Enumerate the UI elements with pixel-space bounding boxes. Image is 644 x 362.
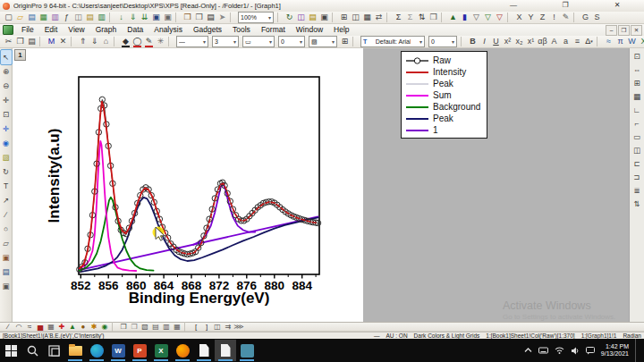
align-layers-button[interactable]: ≣ (631, 184, 642, 198)
unmerge-button[interactable]: ✕ (57, 37, 69, 47)
taskbar-clock[interactable]: 1:42 PM 9/13/2021 (601, 343, 629, 358)
new-workbook-button[interactable]: ▤ (26, 13, 38, 23)
fit-width-button[interactable]: ⇔ (631, 63, 642, 77)
corner-radius-dropdown[interactable]: 0▾ (278, 36, 305, 47)
annotation-button[interactable]: ✎ (560, 13, 572, 23)
pie-chart-button[interactable]: ● (78, 323, 89, 332)
insert-excel-button[interactable]: X (638, 37, 644, 47)
bracket-right-button[interactable]: ] (201, 323, 212, 332)
merge-cells-button[interactable]: M (46, 37, 57, 47)
send-back-button[interactable]: ⇓ (89, 37, 100, 47)
clear-filter-button[interactable]: ▽ (494, 13, 505, 23)
fill-color-button[interactable]: ◆ (120, 37, 131, 47)
pan-tool[interactable]: ✛ (1, 93, 12, 107)
menu-gadgets[interactable]: Gadgets (188, 24, 227, 36)
origin-app-icon[interactable] (236, 340, 258, 361)
polygon-tool[interactable]: ▱ (1, 236, 12, 250)
table-grid-button[interactable]: ⊞ (339, 37, 351, 47)
highlight-color-button[interactable]: ◯ (131, 37, 143, 47)
draw-freehand-button[interactable]: ≈ (24, 323, 35, 332)
insert-image-button[interactable]: ▣ (1, 250, 12, 265)
open-book-button[interactable]: ▥ (161, 323, 172, 332)
excel-icon[interactable]: X (150, 340, 172, 361)
building-button[interactable]: ▅ (35, 323, 46, 332)
bold-button[interactable]: B (467, 37, 479, 47)
symbol-color-button[interactable]: ✳ (155, 37, 166, 47)
line-style-dropdown[interactable]: —▾ (176, 36, 208, 47)
bracket-left-button[interactable]: [ (191, 323, 201, 332)
notepad-doc-icon[interactable] (193, 340, 215, 361)
chevron-down-icon[interactable]: ▾ (269, 38, 272, 45)
line-color-button[interactable]: ✎ (143, 37, 155, 47)
copy-graph-button[interactable]: ❒ (193, 13, 205, 23)
legend-entry[interactable]: Peak (405, 78, 487, 89)
export-graph-button[interactable]: ❒ (182, 13, 193, 23)
search-button[interactable] (21, 340, 43, 361)
layer-bottom-left-button[interactable]: ∟ (631, 104, 642, 117)
fit-page-button[interactable]: ⊡ (631, 50, 642, 63)
data-reader-tool[interactable]: ✛ (1, 122, 12, 136)
legend-entry[interactable]: Background (405, 101, 487, 113)
set-as-label-button[interactable]: ! (548, 13, 560, 23)
snapshot-button[interactable]: ▣ (1, 279, 12, 293)
chevron-down-icon[interactable]: ▾ (300, 38, 302, 45)
column-plot-button[interactable]: ▮ (459, 13, 470, 23)
menu-analysis[interactable]: Analysis (148, 24, 188, 36)
pin-button[interactable]: ✚ (56, 323, 67, 332)
firefox-icon[interactable] (172, 340, 193, 361)
import-multiple-button[interactable]: ⇊ (139, 13, 150, 23)
insert-equation-button[interactable]: π (614, 37, 626, 47)
menu-view[interactable]: View (63, 24, 89, 36)
insert-table-button[interactable]: ▤ (1, 265, 12, 279)
legend-entry[interactable]: Intensity (405, 66, 487, 78)
duplicate-page-button[interactable]: ❒ (129, 323, 140, 332)
chevron-down-icon[interactable]: ▾ (590, 39, 593, 44)
graph-page[interactable]: 1 852856860864868872876880884Binding Ene… (13, 48, 363, 322)
font-dropdown[interactable]: TDefault: Arial▾ (360, 36, 425, 47)
color-palette-dropdown[interactable]: Δ▾ (583, 37, 595, 47)
new-layout-button[interactable]: ◫ (72, 13, 84, 23)
border-style-dropdown[interactable]: ▭▾ (242, 36, 275, 47)
xps-plot[interactable]: 852856860864868872876880884Binding Energ… (13, 48, 363, 322)
chevron-down-icon[interactable]: ▾ (268, 14, 271, 21)
system-settings-button[interactable]: S (591, 13, 603, 23)
close-button[interactable]: ✕ (610, 0, 624, 11)
start-button[interactable] (0, 340, 21, 361)
new-project-button[interactable]: ▢ (3, 13, 14, 23)
add-top-x-button[interactable]: ◫ (631, 144, 642, 157)
zoom-in-tool[interactable]: ⊕ (1, 64, 12, 79)
region-zoom-tool[interactable]: ⊡ (1, 107, 12, 122)
new-function-button[interactable]: ƒ (61, 13, 72, 23)
grid-2x2-button[interactable]: ⊞ (631, 77, 642, 90)
merge-graphs-button[interactable]: ▦ (361, 13, 373, 23)
chevron-down-icon[interactable]: ▾ (233, 38, 236, 45)
legend-entry[interactable]: Sum (405, 89, 487, 101)
stats-chart-button[interactable]: ▦ (46, 323, 56, 332)
add-left-y-button[interactable]: ⊏ (631, 157, 642, 171)
paste-button[interactable]: ▤ (26, 37, 38, 47)
set-as-x-button[interactable]: X (513, 13, 525, 23)
legend-entry[interactable]: Raw (405, 55, 487, 66)
underline-button[interactable]: U (490, 37, 502, 47)
line-tool[interactable]: ∕ (1, 207, 12, 222)
word-icon[interactable]: W (107, 340, 129, 361)
import-wizard-button[interactable]: ↓ (115, 13, 127, 23)
menu-format[interactable]: Format (256, 24, 291, 36)
column-stats-button[interactable]: Σ (393, 13, 404, 23)
font-size-dropdown[interactable]: 0▾ (428, 36, 457, 47)
edge-browser-icon[interactable] (86, 340, 107, 361)
chat-icon[interactable] (586, 347, 595, 355)
results-log-button[interactable]: ▤ (307, 13, 318, 23)
child-close-button[interactable]: ✕ (631, 25, 642, 36)
fill-pattern-dropdown[interactable]: ▨▾ (309, 36, 337, 47)
enable-filter-button[interactable]: ▽ (482, 13, 494, 23)
copy-button[interactable]: ❒ (14, 37, 26, 47)
child-restore-button[interactable]: ❐ (618, 25, 630, 36)
powerpoint-icon[interactable]: P (129, 340, 150, 361)
set-as-y-button[interactable]: Y (525, 13, 537, 23)
maximize-button[interactable]: ❐ (558, 0, 572, 11)
copy-page-button[interactable]: ❒ (118, 323, 129, 332)
align-left-button[interactable]: ≡ (572, 37, 583, 47)
save-template-button[interactable]: ▣ (162, 13, 174, 23)
grid-3x3-button[interactable]: ▦ (631, 90, 642, 104)
